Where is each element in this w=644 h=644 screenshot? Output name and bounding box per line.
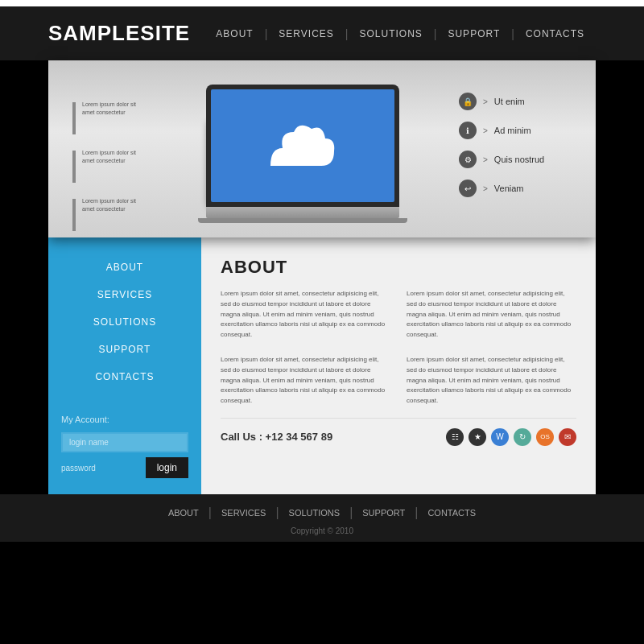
hero-bar-3 (72, 199, 76, 231)
footer-nav-contacts[interactable]: CONTACTS (418, 508, 485, 518)
about-section: ABOUT Lorem ipsum dolor sit amet, consec… (201, 237, 596, 494)
about-col-1: Lorem ipsum dolor sit amet, consectetur … (221, 289, 390, 407)
hero-text-3: Lorem ipsum dolor sit amet consectetur (72, 197, 147, 231)
hero-content-2: Lorem ipsum dolor sit amet consectetur (82, 149, 147, 165)
call-bar: Call Us : +12 34 567 89 ☷ ★ W ↻ OS ✉ (221, 418, 576, 446)
about-col2-para2: Lorem ipsum dolor sit amet, consectetur … (407, 355, 576, 407)
main-content: ABOUT SERVICES SOLUTIONS SUPPORT CONTACT… (48, 237, 596, 494)
nav-item-support[interactable]: SUPPORT (436, 28, 511, 39)
footer-copyright: Copyright © 2010 (48, 526, 596, 535)
hero-left: Lorem ipsum dolor sit amet consectetur L… (72, 85, 147, 231)
hero-center (190, 85, 415, 223)
social-icon-refresh[interactable]: ↻ (514, 428, 531, 446)
social-icon-mail[interactable]: ✉ (559, 428, 576, 446)
hero-content-1: Lorem ipsum dolor sit amet consectetur (82, 101, 147, 117)
footer-nav-solutions[interactable]: SOLUTIONS (279, 508, 350, 518)
header: SAMPLESITE ABOUT | SERVICES | SOLUTIONS … (0, 6, 644, 60)
account-label: My Account: (61, 415, 188, 424)
about-col-2: Lorem ipsum dolor sit amet, consectetur … (407, 289, 576, 407)
login-name-input[interactable] (63, 434, 187, 451)
laptop-base (206, 207, 399, 218)
hero-bar-2 (72, 151, 76, 183)
sidebar-item-solutions[interactable]: SOLUTIONS (48, 308, 201, 336)
hero-feature-4[interactable]: ↩ > Veniam (459, 180, 572, 197)
hero-text-2: Lorem ipsum dolor sit amet consectetur (72, 149, 147, 183)
feature-icon-1: 🔒 (459, 93, 477, 110)
feature-text-2: Ad minim (494, 126, 531, 135)
footer-nav-services[interactable]: SERVICES (212, 508, 275, 518)
sidebar-item-support[interactable]: SUPPORT (48, 336, 201, 363)
feature-text-3: Quis nostrud (494, 155, 544, 164)
account-section: My Account: password login (48, 407, 201, 494)
feature-icon-2: ℹ (459, 122, 477, 139)
feature-icon-3: ⚙ (459, 151, 477, 168)
login-input-wrap (61, 432, 188, 452)
sidebar-item-contacts[interactable]: CONTACTS (48, 363, 201, 390)
footer-nav: ABOUT | SERVICES | SOLUTIONS | SUPPORT |… (48, 506, 596, 520)
about-col1-para1: Lorem ipsum dolor sit amet, consectetur … (221, 289, 390, 341)
laptop-screen-wrapper (206, 85, 399, 207)
hero-feature-2[interactable]: ℹ > Ad minim (459, 122, 572, 139)
social-icons: ☷ ★ W ↻ OS ✉ (446, 428, 576, 446)
sidebar-item-services[interactable]: SERVICES (48, 281, 201, 308)
hero-feature-3[interactable]: ⚙ > Quis nostrud (459, 151, 572, 168)
feature-text-1: Ut enim (494, 97, 525, 106)
hero-text-1: Lorem ipsum dolor sit amet consectetur (72, 101, 147, 134)
feature-arrow-1: > (483, 97, 488, 106)
password-label: password (61, 464, 96, 473)
feature-text-4: Veniam (494, 184, 524, 193)
hero-feature-1[interactable]: 🔒 > Ut enim (459, 93, 572, 110)
call-us-text: Call Us : +12 34 567 89 (221, 431, 332, 443)
about-title: ABOUT (221, 257, 576, 278)
laptop-foot (198, 218, 407, 223)
hero-section: Lorem ipsum dolor sit amet consectetur L… (48, 60, 596, 237)
social-icon-os[interactable]: OS (536, 428, 554, 446)
about-col1-para2: Lorem ipsum dolor sit amet, consectetur … (221, 355, 390, 407)
social-icon-rss[interactable]: ☷ (446, 428, 464, 446)
feature-arrow-3: > (483, 155, 488, 164)
sidebar: ABOUT SERVICES SOLUTIONS SUPPORT CONTACT… (48, 237, 201, 494)
password-row: password login (61, 457, 188, 478)
laptop-screen (211, 89, 394, 202)
nav-item-contacts[interactable]: CONTACTS (514, 28, 596, 39)
site-title: SAMPLESITE (48, 21, 190, 46)
feature-arrow-4: > (483, 184, 488, 193)
hero-content-3: Lorem ipsum dolor sit amet consectetur (82, 197, 147, 213)
sidebar-nav: ABOUT SERVICES SOLUTIONS SUPPORT CONTACT… (48, 237, 201, 407)
hero-bar-1 (72, 102, 76, 134)
main-nav: ABOUT | SERVICES | SOLUTIONS | SUPPORT |… (204, 27, 596, 40)
top-bar (0, 0, 644, 6)
nav-item-services[interactable]: SERVICES (267, 28, 345, 39)
bottom-black (0, 542, 644, 566)
footer-nav-about[interactable]: ABOUT (159, 508, 208, 518)
nav-item-about[interactable]: ABOUT (204, 28, 264, 39)
nav-item-solutions[interactable]: SOLUTIONS (348, 28, 433, 39)
laptop-image (206, 85, 399, 223)
feature-arrow-2: > (483, 126, 488, 135)
social-icon-w[interactable]: W (491, 428, 509, 446)
hero-right: 🔒 > Ut enim ℹ > Ad minim ⚙ > Quis nostru… (459, 85, 572, 197)
login-button[interactable]: login (146, 457, 188, 478)
about-col2-para1: Lorem ipsum dolor sit amet, consectetur … (407, 289, 576, 341)
sidebar-item-about[interactable]: ABOUT (48, 254, 201, 281)
social-icon-star[interactable]: ★ (469, 428, 486, 446)
feature-icon-4: ↩ (459, 180, 477, 197)
footer-nav-support[interactable]: SUPPORT (353, 508, 415, 518)
footer: ABOUT | SERVICES | SOLUTIONS | SUPPORT |… (0, 494, 644, 542)
about-columns: Lorem ipsum dolor sit amet, consectetur … (221, 289, 576, 407)
